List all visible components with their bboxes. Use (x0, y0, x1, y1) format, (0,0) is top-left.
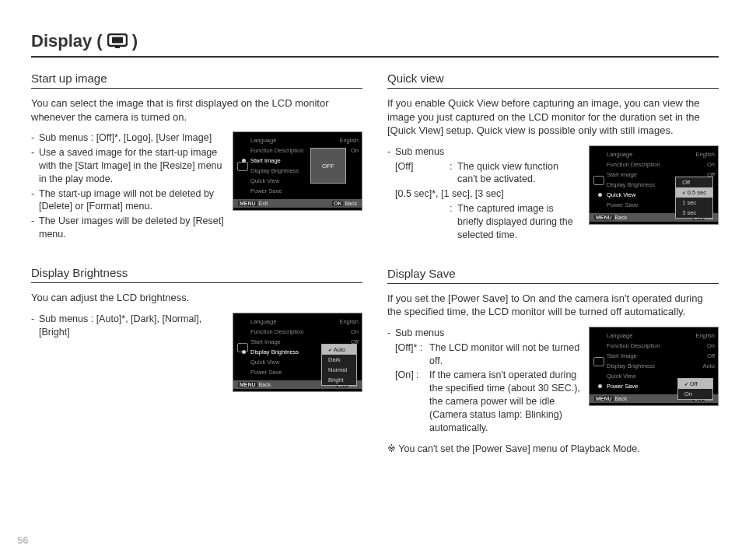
bullet: -The start-up image will not be deleted … (31, 187, 225, 214)
option: :The captured image is briefly displayed… (395, 202, 581, 242)
bullet: -Use a saved image for the start-up imag… (31, 146, 225, 186)
section-startup-image: Start up image You can select the image … (31, 72, 362, 243)
display-icon (107, 33, 128, 49)
popup-brightness: Auto Dark Normal Bright (321, 344, 357, 386)
option: [On] :If the camera isn't operated durin… (395, 369, 581, 434)
title-prefix: Display ( (31, 31, 103, 51)
camera-menu-thumb-powersave: LanguageEnglish Function DescriptionOn S… (589, 327, 719, 406)
note-power-save: You can't set the [Power Save] menu of P… (387, 443, 719, 454)
popup-quickview: Off 0.5 sec 1 sec 3 sec (675, 177, 713, 219)
intro-quick-view: If you enable Quick View before capturin… (387, 96, 719, 138)
bullet: -The User images will be deleted by [Res… (31, 215, 225, 241)
section-display-brightness: Display Brightness You can adjust the LC… (31, 266, 362, 392)
bullet: -Sub menus (387, 327, 581, 340)
camera-menu-thumb-brightness: LanguageEnglish Function DescriptionOn S… (233, 313, 362, 392)
intro-display-save: If you set the [Power Save] to On and th… (387, 292, 719, 319)
section-display-save: Display Save If you set the [Power Save]… (387, 267, 719, 454)
title-suffix: ) (132, 31, 138, 51)
camera-menu-thumb-quickview: LanguageEnglish Function DescriptionOn S… (589, 145, 719, 225)
heading-quick-view: Quick view (387, 72, 719, 89)
bullet: -Sub menus : [Off]*, [Logo], [User Image… (31, 131, 225, 145)
page-title: Display ( ) (31, 31, 719, 58)
page-number: 56 (17, 534, 28, 546)
display-icon (593, 176, 604, 185)
option: [Off]* :The LCD monitor will not be turn… (395, 341, 581, 368)
intro-display-brightness: You can adjust the LCD brightness. (31, 291, 362, 305)
option: [0.5 sec]*, [1 sec], [3 sec] (395, 187, 581, 201)
heading-startup-image: Start up image (31, 72, 362, 89)
popup-powersave: Off On (677, 378, 713, 400)
bullet: -Sub menus : [Auto]*, [Dark], [Normal], … (31, 313, 225, 339)
intro-startup-image: You can select the image that is first d… (31, 96, 362, 124)
display-icon (593, 357, 604, 366)
camera-menu-thumb-startup: LanguageEnglish Function DescriptionOn S… (233, 131, 362, 211)
svg-rect-2 (115, 47, 120, 48)
bullet: -Sub menus (387, 145, 581, 159)
svg-rect-1 (112, 37, 123, 44)
popup-off: OFF (310, 148, 346, 184)
heading-display-save: Display Save (387, 267, 719, 284)
option: [Off]:The quick view function can't be a… (395, 160, 581, 187)
menu-footer: MENU Exit OK Back (233, 199, 362, 208)
display-icon (237, 162, 248, 171)
section-quick-view: Quick view If you enable Quick View befo… (387, 72, 719, 243)
heading-display-brightness: Display Brightness (31, 266, 362, 283)
